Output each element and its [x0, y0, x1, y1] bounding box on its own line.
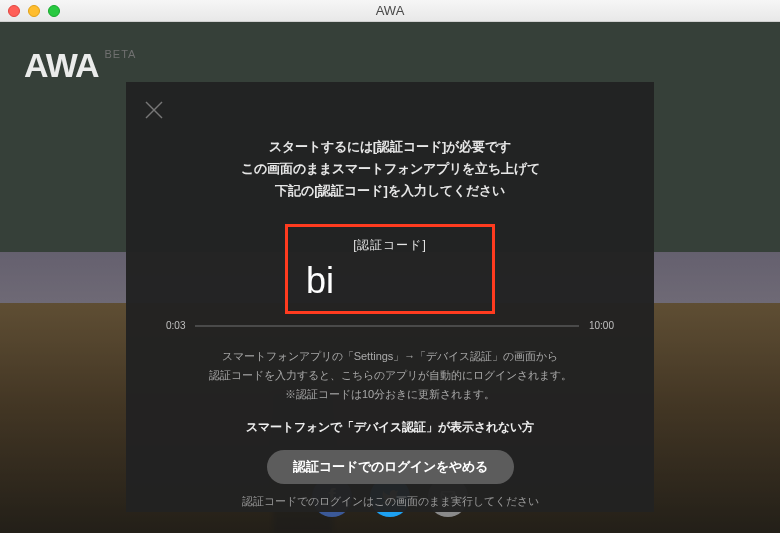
total-time: 10:00	[589, 320, 614, 331]
window-title: AWA	[376, 3, 405, 18]
help-line-1: スマートフォンアプリの「Settings」→「デバイス認証」の画面から	[166, 347, 614, 366]
app-logo: AWA BETA	[24, 46, 136, 85]
modal-instructions: スタートするには[認証コード]が必要です この画面のままスマートフォンアプリを立…	[166, 136, 614, 202]
help-line-3: ※認証コードは10分おきに更新されます。	[166, 385, 614, 404]
stop-auth-button[interactable]: 認証コードでのログインをやめる	[267, 450, 514, 484]
instruction-line-1: スタートするには[認証コード]が必要です	[166, 136, 614, 158]
code-timer-row: 0:03 10:00	[166, 320, 614, 331]
window-minimize-button[interactable]	[28, 5, 40, 17]
modal-footer-note: 認証コードでのログインはこの画面のまま実行してください	[166, 494, 614, 509]
window-titlebar: AWA	[0, 0, 780, 22]
instruction-line-3: 下記の[認証コード]を入力してください	[166, 180, 614, 202]
device-auth-missing-link[interactable]: スマートフォンで「デバイス認証」が表示されない方	[166, 419, 614, 436]
auth-code-box: [認証コード] bi	[285, 224, 495, 314]
window-close-button[interactable]	[8, 5, 20, 17]
elapsed-time: 0:03	[166, 320, 185, 331]
window-zoom-button[interactable]	[48, 5, 60, 17]
logo-beta-badge: BETA	[104, 48, 136, 60]
help-line-2: 認証コードを入力すると、こちらのアプリが自動的にログインされます。	[166, 366, 614, 385]
timer-progress-bar	[195, 325, 579, 327]
instruction-line-2: この画面のままスマートフォンアプリを立ち上げて	[166, 158, 614, 180]
auth-code-value: bi	[302, 260, 478, 302]
close-icon[interactable]	[144, 100, 164, 120]
auth-code-modal: スタートするには[認証コード]が必要です この画面のままスマートフォンアプリを立…	[126, 82, 654, 512]
help-text: スマートフォンアプリの「Settings」→「デバイス認証」の画面から 認証コー…	[166, 347, 614, 403]
auth-code-label: [認証コード]	[302, 237, 478, 254]
logo-text: AWA	[24, 46, 98, 85]
